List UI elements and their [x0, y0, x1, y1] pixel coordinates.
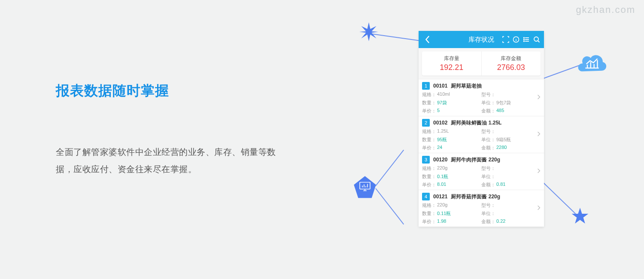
qty-value: 95瓶 [437, 136, 447, 143]
svg-line-25 [538, 41, 540, 42]
star-icon [571, 207, 589, 225]
unit-label: 单位： [481, 136, 495, 143]
amount-value: 0.81 [496, 182, 505, 188]
amount-label: 金额： [481, 108, 495, 114]
item-number-badge: 2 [422, 119, 430, 127]
info-icon[interactable] [512, 36, 520, 43]
item-code: 00120 [433, 157, 447, 163]
item-code: 00121 [433, 194, 447, 200]
item-head: 300120厨邦牛肉拌面酱 220g [422, 156, 541, 164]
pentagon-badge [353, 175, 377, 199]
price-value: 5 [437, 108, 440, 114]
price-label: 单价： [422, 108, 436, 114]
item-name: 厨邦牛肉拌面酱 220g [451, 156, 500, 164]
summary-card: 库存量 192.21 库存金额 2766.03 [422, 52, 541, 76]
phone-header: 库存状况 [419, 31, 544, 48]
svg-point-23 [524, 41, 525, 42]
unit-label: 单位： [481, 173, 495, 180]
summary-label: 库存金额 [482, 55, 541, 62]
summary-stock-amount: 库存金额 2766.03 [481, 52, 541, 76]
item-code: 00102 [433, 120, 447, 126]
unit-value: 9包7袋 [496, 100, 511, 106]
qty-label: 数量： [422, 210, 436, 217]
svg-marker-14 [572, 208, 589, 224]
qty-value: 0.1瓶 [437, 173, 448, 180]
unit-label: 单位： [481, 210, 495, 217]
monitor-chart-icon [359, 182, 371, 193]
amount-label: 金额： [481, 145, 495, 151]
item-head: 200102厨邦美味鲜酱油 1.25L [422, 119, 541, 127]
connector-line [372, 33, 423, 42]
item-name: 厨邦美味鲜酱油 1.25L [451, 119, 501, 127]
inventory-list: 100101厨邦草菇老抽规格：410ml型号：数量：97袋单位：9包7袋单价：5… [419, 79, 544, 227]
search-icon[interactable] [533, 36, 541, 43]
item-code: 00101 [433, 83, 447, 89]
connector-line [375, 150, 404, 186]
price-label: 单价： [422, 145, 436, 151]
item-head: 400121厨邦香菇拌面酱 220g [422, 193, 541, 200]
qty-value: 0.11瓶 [437, 210, 451, 217]
chevron-right-icon [537, 131, 541, 139]
svg-point-22 [524, 39, 525, 40]
unit-value: 9箱5瓶 [496, 136, 511, 143]
cloud-chart-icon [575, 51, 609, 76]
summary-value: 2766.03 [482, 63, 541, 72]
svg-marker-0 [359, 22, 378, 41]
list-item[interactable]: 300120厨邦牛肉拌面酱 220g规格：220g型号：数量：0.1瓶单位：单价… [419, 153, 544, 190]
svg-point-24 [534, 37, 538, 41]
chevron-right-icon [537, 205, 541, 212]
list-item[interactable]: 200102厨邦美味鲜酱油 1.25L规格：1.25L型号：数量：95瓶单位：9… [419, 116, 544, 153]
qty-label: 数量： [422, 136, 436, 143]
list-item[interactable]: 400121厨邦香菇拌面酱 220g规格：220g型号：数量：0.11瓶单位：单… [419, 190, 544, 227]
amount-value: 2280 [496, 145, 507, 151]
connector-line [375, 188, 404, 224]
price-value: 24 [437, 145, 442, 151]
watermark-text: gkzhan.com [576, 4, 635, 15]
item-name: 厨邦香菇拌面酱 220g [451, 193, 500, 200]
price-value: 8.01 [437, 182, 446, 188]
summary-stock-qty: 库存量 192.21 [422, 52, 481, 76]
unit-label: 单位： [481, 100, 495, 106]
marketing-text-block: 报表数据随时掌握 全面了解管家婆软件中企业经营的业务、库存、销量等数据，应收应付… [56, 82, 292, 178]
item-number-badge: 3 [422, 156, 430, 164]
model-label: 型号： [481, 91, 495, 98]
model-label: 型号： [481, 202, 495, 209]
phone-mock: 库存状况 库存量 192.21 库存金额 2766.03 100101厨邦草菇老… [419, 31, 544, 227]
spec-label: 规格： [422, 165, 436, 172]
scan-icon[interactable] [502, 36, 510, 43]
chevron-right-icon [537, 168, 541, 176]
spec-label: 规格： [422, 202, 436, 209]
chevron-right-icon [537, 94, 541, 102]
model-label: 型号： [481, 128, 495, 135]
spec-value: 220g [437, 165, 447, 172]
svg-rect-2 [360, 182, 370, 189]
list-icon[interactable] [522, 36, 530, 43]
item-head: 100101厨邦草菇老抽 [422, 82, 541, 90]
spec-value: 1.25L [437, 128, 449, 135]
svg-point-21 [524, 37, 525, 38]
summary-label: 库存量 [422, 55, 481, 62]
summary-value: 192.21 [422, 63, 481, 72]
price-label: 单价： [422, 182, 436, 188]
amount-value: 0.22 [496, 218, 505, 225]
amount-label: 金额： [481, 218, 495, 225]
chevron-left-icon [425, 36, 430, 43]
back-button[interactable] [419, 36, 436, 43]
spec-value: 220g [437, 202, 447, 209]
list-item[interactable]: 100101厨邦草菇老抽规格：410ml型号：数量：97袋单位：9包7袋单价：5… [419, 79, 544, 116]
item-number-badge: 1 [422, 82, 430, 90]
price-label: 单价： [422, 218, 436, 225]
price-value: 1.98 [437, 218, 446, 225]
item-number-badge: 4 [422, 193, 430, 200]
spec-value: 410ml [437, 91, 450, 98]
screen-title: 库存状况 [468, 36, 494, 44]
amount-value: 485 [496, 108, 504, 114]
model-label: 型号： [481, 165, 495, 172]
item-name: 厨邦草菇老抽 [451, 82, 482, 90]
spec-label: 规格： [422, 128, 436, 135]
header-actions [502, 36, 541, 43]
amount-label: 金额： [481, 182, 495, 188]
starburst-icon [359, 22, 378, 41]
spec-label: 规格： [422, 91, 436, 98]
connector-line [543, 65, 580, 79]
